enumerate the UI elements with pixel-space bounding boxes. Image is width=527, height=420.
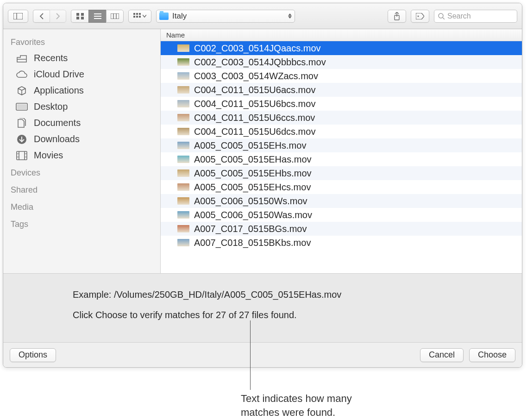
file-name: A007_C018_0515BKbs.mov [194, 238, 311, 248]
folder-popup[interactable]: Italy [156, 10, 295, 23]
file-row[interactable]: C004_C011_0515U6dcs.mov [161, 125, 522, 138]
sidebar-icon [13, 13, 23, 19]
svg-rect-2 [76, 13, 79, 16]
file-row-partial [161, 250, 522, 256]
file-thumbnail-icon [177, 239, 189, 246]
sidebar-section-devices: Devices [3, 163, 160, 181]
svg-point-21 [439, 13, 443, 18]
file-thumbnail-icon [177, 183, 189, 191]
info-panel: Example: /Volumes/250GB_HD/Italy/A005_C0… [3, 273, 522, 342]
movies-icon [15, 151, 28, 160]
icon-view-button[interactable] [71, 10, 88, 23]
sidebar-item-label: Movies [34, 150, 63, 161]
file-thumbnail-icon [177, 58, 189, 66]
options-button[interactable]: Options [10, 348, 56, 362]
file-row[interactable]: A005_C005_0515EHbs.mov [161, 166, 522, 180]
file-row[interactable]: A007_C018_0515BKbs.mov [161, 236, 522, 250]
folder-icon [159, 13, 169, 20]
file-row[interactable]: A005_C005_0515EHas.mov [161, 152, 522, 166]
svg-rect-14 [139, 13, 141, 15]
file-name: C003_C003_0514WZacs.mov [194, 71, 318, 81]
callout-line [250, 320, 251, 390]
file-pane: Name C002_C003_0514JQaacs.movC002_C003_0… [161, 29, 522, 273]
file-name: A005_C005_0515EHs.mov [194, 140, 306, 151]
sidebar-item-desktop[interactable]: Desktop [3, 99, 160, 115]
tag-icon [416, 13, 424, 19]
sidebar-item-applications[interactable]: Applications [3, 82, 160, 99]
matches-text: Click Choose to verify matches for 27 of… [73, 308, 509, 322]
file-row[interactable]: C002_C003_0514JQbbbcs.mov [161, 55, 522, 69]
sidebar-item-icloud-drive[interactable]: iCloud Drive [3, 66, 160, 82]
file-thumbnail-icon [177, 72, 189, 80]
file-name: C002_C003_0514JQbbbcs.mov [194, 57, 326, 68]
view-mode-buttons [71, 10, 124, 23]
group-icon [133, 13, 141, 19]
file-name: A007_C017_0515BGs.mov [194, 224, 307, 234]
file-row[interactable]: C004_C011_0515U6acs.mov [161, 83, 522, 97]
sidebar-toggle-button[interactable] [8, 10, 28, 23]
file-thumbnail-icon [177, 211, 189, 219]
column-view-button[interactable] [106, 10, 124, 23]
chevron-down-icon [143, 15, 146, 18]
callout-text: Text indicates how many matches were fou… [241, 392, 352, 419]
forward-button[interactable] [50, 10, 66, 23]
file-thumbnail-icon [177, 169, 189, 177]
file-row[interactable]: C002_C003_0514JQaacs.mov [161, 41, 522, 55]
column-header-name[interactable]: Name [161, 29, 522, 41]
relink-dialog: Italy Search Favorites RecentsiCloud Dri… [3, 3, 522, 368]
sidebar-section-shared: Shared [3, 181, 160, 198]
search-input[interactable]: Search [434, 10, 517, 23]
sidebar-item-label: Downloads [34, 134, 80, 144]
file-thumbnail-icon [177, 142, 189, 149]
sidebar-item-label: iCloud Drive [34, 69, 84, 80]
file-row[interactable]: A005_C005_0515EHcs.mov [161, 180, 522, 194]
sidebar-section-favorites: Favorites [3, 33, 160, 50]
sidebar-item-label: Recents [34, 53, 68, 63]
sidebar-item-documents[interactable]: Documents [3, 115, 160, 131]
list-view-icon [94, 13, 101, 19]
file-row[interactable]: C003_C003_0514WZacs.mov [161, 69, 522, 83]
file-row[interactable]: A005_C005_0515EHs.mov [161, 138, 522, 152]
sidebar: Favorites RecentsiCloud DriveApplication… [3, 29, 161, 273]
sidebar-item-label: Desktop [34, 101, 68, 112]
sidebar-item-label: Documents [34, 118, 81, 128]
desktop-icon [15, 103, 28, 111]
sidebar-item-recents[interactable]: Recents [3, 50, 160, 66]
file-thumbnail-icon [177, 197, 189, 205]
svg-rect-5 [81, 17, 84, 19]
choose-button[interactable]: Choose [469, 348, 515, 362]
share-button[interactable] [388, 10, 406, 23]
file-list[interactable]: C002_C003_0514JQaacs.movC002_C003_0514JQ… [161, 41, 522, 273]
file-name: A005_C006_05150Ws.mov [194, 196, 307, 207]
chevron-right-icon [56, 13, 60, 19]
list-view-button[interactable] [88, 10, 106, 23]
group-by-button[interactable] [128, 10, 151, 23]
cancel-button[interactable]: Cancel [420, 348, 464, 362]
file-row[interactable]: C004_C011_0515U6bcs.mov [161, 97, 522, 111]
file-row[interactable]: C004_C011_0515U6ccs.mov [161, 111, 522, 125]
dialog-footer: Options Cancel Choose [3, 342, 522, 367]
file-row[interactable]: A007_C017_0515BGs.mov [161, 222, 522, 236]
back-button[interactable] [33, 10, 50, 23]
file-row[interactable]: A005_C006_05150Was.mov [161, 208, 522, 222]
file-row[interactable]: A005_C006_05150Ws.mov [161, 194, 522, 208]
sidebar-section-media: Media [3, 198, 160, 215]
file-name: C004_C011_0515U6dcs.mov [194, 126, 315, 137]
file-name: A005_C005_0515EHcs.mov [194, 182, 311, 193]
file-name: C002_C003_0514JQaacs.mov [194, 43, 321, 54]
search-placeholder: Search [447, 12, 471, 20]
file-thumbnail-icon [177, 156, 189, 163]
sidebar-item-downloads[interactable]: Downloads [3, 131, 160, 147]
sidebar-item-label: Applications [34, 85, 84, 96]
cloud-icon [15, 70, 28, 79]
icon-view-icon [76, 13, 84, 19]
sidebar-section-tags: Tags [3, 215, 160, 232]
example-path-text: Example: /Volumes/250GB_HD/Italy/A005_C0… [73, 288, 509, 301]
sidebar-item-movies[interactable]: Movies [3, 147, 160, 163]
file-name: C004_C011_0515U6acs.mov [194, 85, 315, 95]
chevron-left-icon [39, 13, 44, 19]
downloads-icon [15, 134, 28, 144]
file-thumbnail-icon [177, 100, 189, 107]
file-name: C004_C011_0515U6bcs.mov [194, 99, 315, 109]
tags-button[interactable] [411, 10, 429, 23]
